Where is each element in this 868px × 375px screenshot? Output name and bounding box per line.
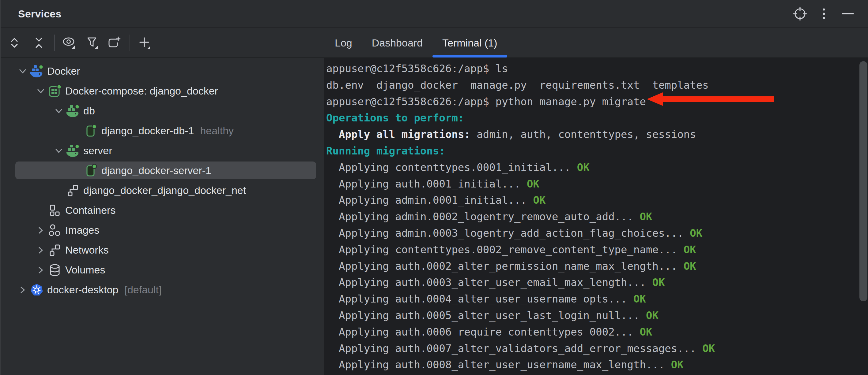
expand-all-icon[interactable]: [7, 35, 22, 50]
terminal-line: Applying auth.0004_alter_user_username_o…: [326, 291, 868, 307]
collapse-all-icon[interactable]: [32, 35, 46, 50]
tab-label: Terminal (1): [442, 37, 497, 49]
terminal-line: Applying auth.0008_alter_user_username_m…: [326, 356, 868, 373]
tree-row-containers[interactable]: Containers: [1, 200, 324, 220]
terminal-line: Applying auth.0007_alter_validators_add_…: [326, 340, 868, 357]
terminal-line: appuser@c12f5358c626:/app$ ls: [326, 61, 868, 77]
terminal-line: Applying admin.0001_initial... OK: [326, 192, 868, 209]
tab-dashboard[interactable]: Dashboard: [362, 28, 432, 58]
tab-label: Log: [335, 37, 352, 49]
whale-green-icon: [66, 144, 80, 158]
containers-icon: [48, 204, 62, 217]
tree-row-server[interactable]: server: [1, 141, 324, 161]
tree-row-label: Volumes: [65, 264, 105, 276]
page-title: Services: [18, 8, 62, 20]
minimize-icon[interactable]: [840, 6, 855, 21]
status-badge: healthy: [200, 125, 234, 137]
tree-row-label: Images: [65, 224, 99, 236]
images-icon: [48, 224, 62, 237]
compose-icon: [48, 84, 62, 98]
container-icon: [84, 124, 98, 138]
tree-row-db[interactable]: db: [1, 101, 324, 121]
tree-row-volumes[interactable]: Volumes: [1, 260, 324, 280]
chevron-spacer: [69, 164, 84, 177]
terminal-line: Applying admin.0003_logentry_add_action_…: [326, 225, 868, 242]
terminal-line: Applying auth.0002_alter_permission_name…: [326, 258, 868, 275]
network-icon: [66, 184, 80, 197]
kubernetes-icon: [30, 283, 43, 297]
tree-row-networks[interactable]: Networks: [1, 240, 324, 260]
volumes-icon: [48, 263, 62, 277]
service-detail-panel: Log Dashboard Terminal (1) appuser@c12f5…: [324, 28, 868, 375]
tree-row-label: Docker: [47, 65, 80, 77]
terminal-line: appuser@c12f5358c626:/app$ python manage…: [326, 94, 868, 110]
open-in-new-tab-icon[interactable]: [107, 35, 122, 50]
toolbar-separator: [129, 35, 130, 51]
chevron-right-icon[interactable]: [15, 283, 30, 297]
tree-row-docker[interactable]: Docker: [1, 61, 324, 81]
chevron-spacer: [33, 204, 48, 217]
terminal-lines: appuser@c12f5358c626:/app$ lsdb.env djan…: [326, 61, 868, 373]
tree-row-label: Docker-compose: django_docker: [65, 85, 218, 97]
chevron-right-icon[interactable]: [33, 224, 48, 237]
show-options-eye-icon[interactable]: [62, 35, 76, 50]
tree-row-label: django_docker_django_docker_net: [83, 184, 246, 196]
container-icon: [84, 164, 98, 177]
tab-log[interactable]: Log: [325, 28, 362, 58]
tree-row-label: Containers: [65, 204, 116, 216]
terminal-line: Applying auth.0005_alter_user_last_login…: [326, 307, 868, 324]
active-tab-underline: [432, 55, 507, 58]
terminal-output[interactable]: appuser@c12f5358c626:/app$ lsdb.env djan…: [324, 58, 868, 375]
docker-whale-blue-icon: [30, 65, 43, 78]
filter-icon[interactable]: [85, 35, 99, 50]
chevron-down-icon[interactable]: [52, 144, 66, 158]
chevron-down-icon[interactable]: [33, 84, 48, 98]
chevron-right-icon[interactable]: [33, 243, 48, 257]
terminal-line: Applying contenttypes.0001_initial... OK: [326, 159, 868, 176]
chevron-spacer: [52, 184, 66, 197]
terminal-line: db.env django_docker manage.py requireme…: [326, 77, 868, 94]
tree-row-label: django_docker-db-1: [101, 125, 194, 137]
tree-row-docker-desktop[interactable]: docker-desktop[default]: [1, 280, 324, 300]
terminal-line: Applying auth.0006_require_contenttypes_…: [326, 324, 868, 340]
terminal-line: Running migrations:: [326, 143, 868, 159]
service-tree: DockerDocker-compose: django_dockerdbdja…: [1, 58, 324, 375]
chevron-spacer: [69, 124, 84, 138]
terminal-line: Applying auth.0001_initial... OK: [326, 176, 868, 193]
tree-row-docker-compose-django-docker[interactable]: Docker-compose: django_docker: [1, 81, 324, 101]
add-service-icon[interactable]: [137, 35, 152, 50]
tab-label: Dashboard: [372, 37, 423, 49]
tool-window-header: Services: [1, 0, 868, 28]
terminal-line: Applying contenttypes.0002_remove_conten…: [326, 242, 868, 258]
services-tool-window: Services: [0, 0, 868, 375]
terminal-line: Applying auth.0003_alter_user_email_max_…: [326, 274, 868, 291]
status-badge: [default]: [124, 284, 161, 296]
kebab-menu-icon[interactable]: [816, 6, 831, 21]
terminal-scrollbar[interactable]: [860, 61, 867, 301]
sidebar-toolbar: [1, 28, 324, 58]
tab-terminal[interactable]: Terminal (1): [432, 28, 507, 58]
services-sidebar: DockerDocker-compose: django_dockerdbdja…: [1, 28, 324, 375]
tree-row-django-docker-db-1[interactable]: django_docker-db-1healthy: [1, 121, 324, 141]
chevron-down-icon[interactable]: [15, 65, 30, 78]
terminal-line: Apply all migrations: admin, auth, conte…: [326, 126, 868, 143]
chevron-down-icon[interactable]: [52, 104, 66, 118]
target-icon[interactable]: [793, 6, 807, 21]
tree-row-django-docker-server-1[interactable]: django_docker-server-1: [1, 161, 324, 180]
tree-row-label: Networks: [65, 244, 109, 256]
tree-row-images[interactable]: Images: [1, 220, 324, 240]
tree-row-label: docker-desktop: [47, 284, 118, 296]
tree-row-label: django_docker-server-1: [101, 165, 211, 176]
terminal-line: Applying admin.0002_logentry_remove_auto…: [326, 209, 868, 225]
tree-row-label: server: [83, 145, 112, 157]
networks-icon: [48, 243, 62, 257]
toolbar-separator: [54, 35, 55, 51]
whale-green-icon: [66, 104, 80, 118]
terminal-line: Operations to perform:: [326, 110, 868, 126]
tree-row-django-docker-django-docker-net[interactable]: django_docker_django_docker_net: [1, 180, 324, 200]
chevron-right-icon[interactable]: [33, 263, 48, 277]
header-icons: [793, 6, 855, 21]
tree-row-label: db: [83, 105, 95, 117]
detail-tabbar: Log Dashboard Terminal (1): [324, 28, 868, 58]
